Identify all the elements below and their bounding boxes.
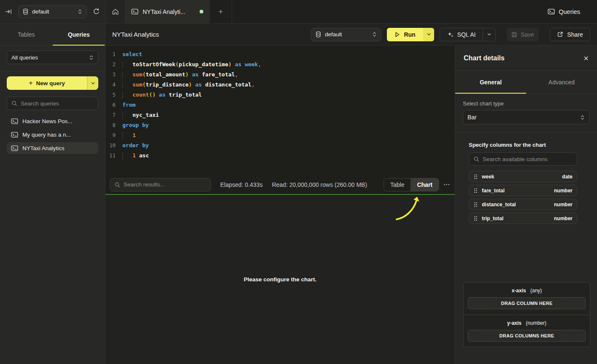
- tab-nytaxi-analytics[interactable]: NYTaxi Analyti...: [125, 0, 210, 23]
- database-icon: [316, 31, 321, 38]
- save-icon: [511, 32, 517, 38]
- results-search-input[interactable]: [124, 181, 206, 188]
- x-axis-drop-zone[interactable]: DRAG COLUMN HERE: [468, 297, 586, 309]
- panel-tabs: General Advanced: [455, 71, 597, 94]
- terminal-icon: [131, 8, 138, 15]
- code-line[interactable]: 2toStartOfWeek(pickup_datetime) as week,: [105, 59, 455, 70]
- top-bar-left: default: [0, 0, 105, 23]
- sql-ai-button[interactable]: SQL AI: [440, 28, 496, 41]
- chart-type-select[interactable]: Bar: [463, 110, 589, 124]
- chevron-updown-icon: [580, 114, 585, 121]
- chevron-down-icon: [487, 32, 492, 37]
- chevron-updown-icon: [78, 8, 82, 15]
- code-text: sum(total_amount) as fare_total,: [122, 70, 238, 80]
- code-line[interactable]: 91: [105, 130, 455, 140]
- columns-search-input[interactable]: [483, 156, 573, 162]
- save-button[interactable]: Save: [507, 28, 539, 41]
- query-search[interactable]: [7, 97, 98, 110]
- chevron-down-icon: [427, 32, 431, 37]
- code-line[interactable]: 1select: [105, 49, 455, 59]
- sql-ai-dropdown[interactable]: [483, 28, 495, 41]
- code-token: (): [149, 92, 156, 98]
- panel-tab-advanced[interactable]: Advanced: [526, 71, 597, 93]
- share-label: Share: [567, 31, 583, 38]
- y-axis-drop-zone[interactable]: DRAG COLUMNS HERE: [468, 330, 586, 342]
- column-item-week[interactable]: weekdate: [469, 171, 577, 182]
- code-line[interactable]: 111 asc: [105, 151, 455, 161]
- column-item-distance_total[interactable]: distance_totalnumber: [469, 199, 577, 210]
- tab-queries-label: Queries: [68, 31, 90, 38]
- tab-advanced-label: Advanced: [548, 79, 575, 86]
- results-search[interactable]: [110, 178, 211, 191]
- run-button[interactable]: Run: [387, 28, 434, 41]
- query-list-item[interactable]: NYTaxi Analytics: [7, 142, 98, 154]
- panel-content: Select chart type Bar Specify columns fo…: [455, 94, 597, 224]
- column-item-fare_total[interactable]: fare_totalnumber: [469, 185, 577, 196]
- query-search-input[interactable]: [21, 100, 95, 107]
- query-list-item[interactable]: My query has a n...: [7, 129, 98, 140]
- code-line[interactable]: 8group by: [105, 120, 455, 130]
- code-line[interactable]: 5count() as trip_total: [105, 90, 455, 100]
- database-icon: [23, 8, 28, 15]
- sql-editor[interactable]: 1select2toStartOfWeek(pickup_datetime) a…: [105, 46, 455, 175]
- query-list-item[interactable]: Hacker News Pos...: [7, 115, 98, 127]
- columns-search[interactable]: [469, 152, 577, 166]
- code-token: (: [176, 61, 179, 67]
- more-options-button[interactable]: [443, 183, 450, 186]
- topbar-database-selector[interactable]: default: [18, 5, 87, 19]
- header-database-selector[interactable]: default: [311, 28, 381, 41]
- drag-handle-icon[interactable]: [473, 202, 478, 208]
- view-tab-table[interactable]: Table: [384, 178, 411, 191]
- new-query-button[interactable]: + New query: [7, 76, 98, 90]
- new-query-dropdown[interactable]: [87, 76, 98, 90]
- code-token: as: [232, 61, 245, 67]
- chevron-down-icon: [487, 32, 492, 37]
- share-button[interactable]: Share: [550, 28, 590, 41]
- drag-handle-icon[interactable]: [473, 174, 478, 180]
- run-button-main[interactable]: Run: [387, 28, 423, 41]
- chevron-updown-icon: [372, 31, 377, 38]
- x-axis-section: x-axis (any) DRAG COLUMN HERE: [464, 283, 590, 315]
- chevron-down-icon: [91, 81, 95, 86]
- sidebar-tab-tables[interactable]: Tables: [0, 24, 53, 45]
- panel-tab-general[interactable]: General: [455, 71, 526, 93]
- run-dropdown[interactable]: [423, 28, 434, 41]
- sidebar-tab-queries[interactable]: Queries: [53, 24, 105, 45]
- code-token: as: [156, 92, 169, 98]
- new-query-main[interactable]: + New query: [7, 76, 87, 90]
- column-item-trip_total[interactable]: trip_totalnumber: [469, 213, 577, 224]
- code-line[interactable]: 4sum(trip_distance) as distance_total,: [105, 80, 455, 90]
- query-item-label: My query has a n...: [22, 132, 71, 138]
- active-tab-underline: [53, 45, 105, 46]
- line-number: 7: [105, 110, 116, 120]
- drag-handle-icon[interactable]: [473, 188, 478, 194]
- chevron-updown-icon: [372, 31, 377, 38]
- query-filter-select[interactable]: All queries: [7, 51, 98, 64]
- queries-button[interactable]: Queries: [548, 0, 580, 23]
- y-axis-section: y-axis (number) DRAG COLUMNS HERE: [464, 315, 590, 347]
- tab-general-label: General: [480, 79, 502, 86]
- code-token: ,: [258, 61, 261, 67]
- code-line[interactable]: 3sum(total_amount) as fare_total,: [105, 70, 455, 80]
- view-switcher: Table Chart: [384, 178, 439, 191]
- code-line[interactable]: 10order by: [105, 140, 455, 151]
- code-line[interactable]: 7nyc_taxi: [105, 110, 455, 120]
- column-type: date: [562, 174, 573, 180]
- sql-ai-main[interactable]: SQL AI: [440, 28, 483, 41]
- code-token: as: [189, 71, 202, 78]
- line-number: 2: [105, 59, 116, 70]
- terminal-icon: [548, 8, 555, 15]
- line-number: 11: [105, 151, 116, 161]
- home-tab-button[interactable]: [105, 0, 125, 23]
- code-line[interactable]: 6from: [105, 100, 455, 110]
- drag-handle-icon[interactable]: [473, 216, 478, 221]
- line-number: 4: [105, 80, 116, 90]
- new-tab-button[interactable]: +: [210, 0, 232, 23]
- query-header: NYTaxi Analytics default Run: [105, 24, 597, 46]
- collapse-sidebar-icon[interactable]: [5, 8, 12, 15]
- refresh-icon[interactable]: [93, 8, 100, 15]
- close-icon[interactable]: ×: [583, 54, 589, 62]
- run-label: Run: [404, 31, 415, 38]
- view-tab-chart[interactable]: Chart: [411, 178, 439, 191]
- x-axis-type-hint: (any): [530, 288, 542, 294]
